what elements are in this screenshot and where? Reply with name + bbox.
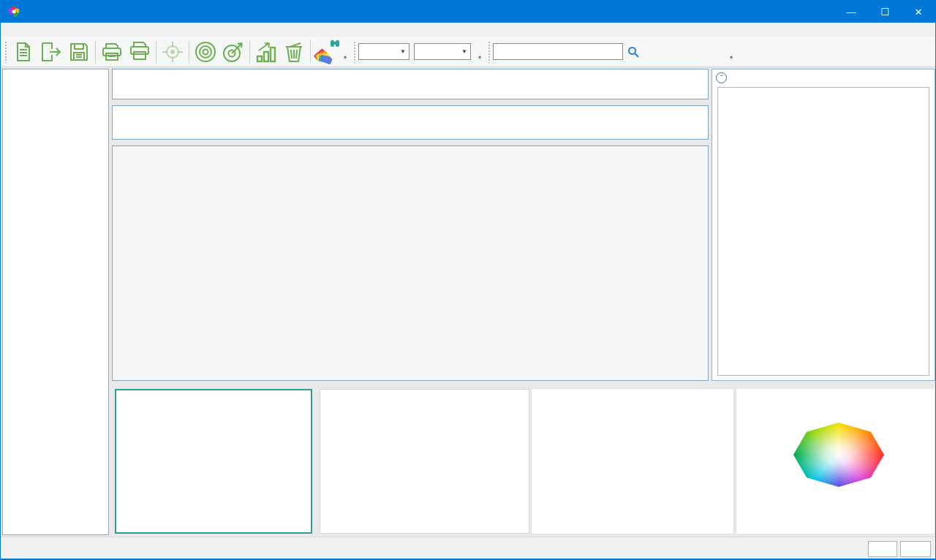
toolbar-grip[interactable] <box>353 41 356 63</box>
toolbar: ▾ ▼ ▼ ▾ ▾ <box>1 37 935 67</box>
color-difference-panel: ⌃ <box>712 69 935 381</box>
color-match-search-icon <box>313 39 341 65</box>
standard-panel <box>112 105 709 140</box>
tolerance-panel <box>112 69 709 99</box>
statistics-button[interactable] <box>252 38 280 66</box>
search-input[interactable] <box>493 43 623 60</box>
toolbar-separator <box>156 40 156 64</box>
app-icon <box>7 5 20 18</box>
delete-icon <box>282 40 306 64</box>
cielab-card <box>717 87 929 376</box>
measure-standard-button[interactable] <box>192 38 219 66</box>
new-document-button[interactable] <box>10 38 37 66</box>
collapse-icon[interactable]: ⌃ <box>716 72 727 83</box>
save-icon <box>68 41 90 63</box>
focus-calibration-icon <box>160 39 185 64</box>
status-blank-box <box>900 541 931 557</box>
status-bar <box>1 537 935 560</box>
toolbar-overflow[interactable]: ▾ <box>727 41 736 63</box>
toolbar-grip[interactable] <box>488 41 491 63</box>
toolbar-grip[interactable] <box>4 41 7 63</box>
sample-tree <box>2 69 109 535</box>
auto-mode-button[interactable] <box>868 541 897 557</box>
color-match-search-button[interactable] <box>313 38 341 66</box>
toolbar-overflow[interactable]: ▾ <box>341 41 350 63</box>
print-word-icon <box>127 40 152 64</box>
toolbar-separator <box>95 40 96 64</box>
statistics-icon <box>254 40 278 64</box>
lab-color-wheel-chart[interactable] <box>736 388 935 534</box>
chevron-down-icon: ▼ <box>461 48 467 55</box>
menu-bar <box>1 23 935 37</box>
focus-calibration-button[interactable] <box>159 38 186 66</box>
measure-sample-icon <box>220 39 246 65</box>
minimize-button[interactable]: — <box>834 1 868 23</box>
lab-gamut-octagon <box>793 423 884 487</box>
title-bar: — ☐ ✕ <box>1 1 935 23</box>
reflectance-chart[interactable] <box>531 388 734 534</box>
samples-panel <box>112 145 709 381</box>
measurement-mode-combo[interactable]: ▼ <box>358 43 410 60</box>
toolbar-separator <box>310 40 311 64</box>
save-button[interactable] <box>65 38 93 66</box>
export-button[interactable] <box>37 38 65 66</box>
chevron-down-icon: ▼ <box>400 48 406 55</box>
close-button[interactable]: ✕ <box>902 1 935 23</box>
app-window: — ☐ ✕ <box>0 0 936 560</box>
toolbar-overflow[interactable]: ▾ <box>475 41 484 63</box>
toolbar-separator <box>189 40 189 64</box>
print-button[interactable] <box>98 38 126 66</box>
measure-standard-icon <box>192 39 219 65</box>
print-icon <box>100 41 124 63</box>
delta-ab-scatter-chart[interactable] <box>115 389 312 534</box>
delete-button[interactable] <box>280 38 308 66</box>
maximize-button[interactable]: ☐ <box>868 1 902 23</box>
measure-sample-button[interactable] <box>219 38 247 66</box>
search-icon[interactable] <box>627 46 639 58</box>
print-word-button[interactable] <box>126 38 154 66</box>
toolbar-separator <box>249 40 250 64</box>
export-icon <box>39 41 63 63</box>
new-document-icon <box>12 41 34 63</box>
delta-e-trend-chart[interactable] <box>320 389 529 534</box>
illuminant-observer-combo[interactable]: ▼ <box>414 43 471 60</box>
